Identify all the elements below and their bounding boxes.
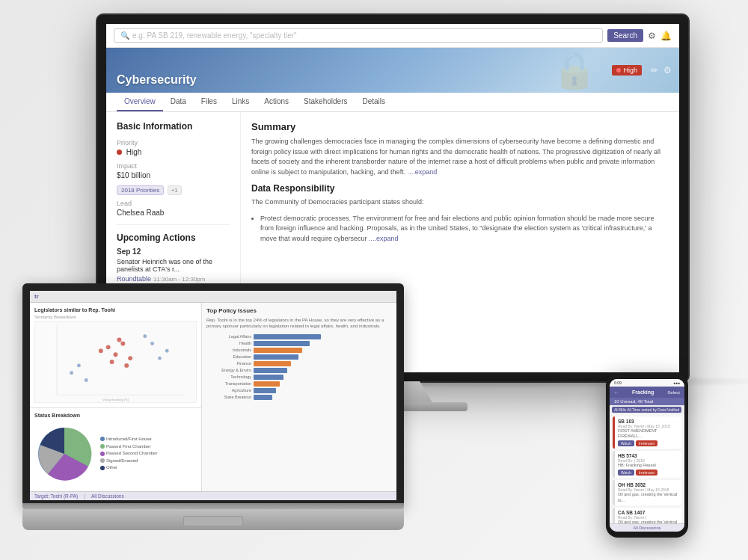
tag-pill[interactable]: 2018 Priorities [117, 185, 164, 195]
svg-text:Voting Similarity (%): Voting Similarity (%) [102, 398, 129, 401]
data-responsibility-intro: The Community of Democracies participant… [251, 197, 669, 208]
bill-item-sb103[interactable]: SB 103 Read By: Never | May 15, 2018 FIR… [613, 416, 681, 449]
status-breakdown-area: Status Breakdown [30, 408, 201, 491]
scatter-chart-title: Legislators similar to Rep. Toohi [34, 307, 197, 313]
watch-button[interactable]: Watch [618, 470, 634, 476]
bill-item-hb3052[interactable]: OH HB 3052 Read By: Never | May 15 2018 … [613, 480, 681, 505]
svg-point-5 [120, 342, 125, 346]
upcoming-actions-title: Upcoming Actions [117, 233, 230, 243]
event-date: Sep 12 [117, 247, 230, 256]
svg-point-16 [143, 334, 147, 338]
bill-number: HB 5743 [618, 453, 656, 458]
search-placeholder: e.g. PA SB 219, renewable energy, "speci… [132, 31, 596, 40]
laptop-hinge [22, 503, 404, 509]
svg-point-13 [150, 342, 154, 345]
phone-header: ← Fracking Select [610, 387, 684, 398]
settings-icon[interactable]: ⚙ [663, 65, 672, 76]
phone-subheader: 10 Unread, 46 Total [610, 398, 684, 405]
priority-label: Priority [117, 139, 230, 147]
svg-point-15 [165, 349, 169, 353]
tab-details[interactable]: Details [355, 93, 393, 111]
bar-chart-area: Legal Affairs Health Industrials [206, 334, 392, 454]
laptop-right-panel: Top Policy Issues Rep. Toohi is in the t… [202, 303, 396, 491]
bill-desc: HB: Fracking Repeal [618, 463, 656, 468]
summary-title: Summary [251, 121, 669, 132]
bar-row: Legal Affairs [206, 334, 392, 339]
divider [117, 224, 230, 225]
bar-row: Education [206, 354, 392, 360]
phone-screen: 6:09 ●●● ← Fracking Select 10 Unread, 46… [610, 379, 684, 532]
target-tab[interactable]: Target: Toohi (R-PA) [34, 493, 78, 499]
scatter-plot: Voting Similarity (%) [34, 321, 197, 403]
phone-status-bar: 6:09 ●●● [610, 379, 684, 387]
phone-back-icon[interactable]: ← [614, 390, 619, 395]
search-icon: 🔍 [120, 31, 129, 40]
data-responsibility-title: Data Responsibility [251, 183, 669, 194]
phone-filter-tabs: All Bills All Time sorted by Data Notifi… [610, 405, 684, 414]
laptop-left-panel: Legislators similar to Rep. Toohi Simila… [30, 303, 202, 491]
svg-point-10 [70, 371, 73, 375]
filter-all-time[interactable]: All Bills All Time sorted by Data Notifi… [612, 407, 681, 413]
event-name: Senator Heinrich was one of the panelist… [117, 258, 230, 273]
bill-desc: Oil and gas: creating the Vertical to... [618, 520, 678, 523]
irrelevant-button[interactable]: Irrelevant [636, 470, 657, 476]
impact-value: $10 billion [117, 171, 230, 179]
svg-point-2 [99, 348, 103, 353]
tab-links[interactable]: Links [224, 93, 257, 111]
search-box[interactable]: 🔍 e.g. PA SB 219, renewable energy, "spe… [114, 28, 603, 43]
irrelevant-button[interactable]: Irrelevant [636, 440, 657, 446]
impact-label: Impact [117, 162, 230, 170]
all-discussions-badge[interactable]: All Discussions [610, 523, 684, 532]
scatter-chart-area: Legislators similar to Rep. Toohi Simila… [30, 303, 201, 408]
tab-data[interactable]: Data [163, 93, 194, 111]
mobile-phone: 6:09 ●●● ← Fracking Select 10 Unread, 46… [606, 373, 688, 538]
tab-files[interactable]: Files [194, 93, 224, 111]
event-time: 11:30am - 12:30pm [153, 276, 205, 283]
svg-point-14 [158, 357, 162, 360]
event-link[interactable]: Roundtable [117, 275, 151, 283]
top-bar: 🔍 e.g. PA SB 219, renewable energy, "spe… [106, 24, 679, 48]
phone-time: 6:09 [614, 381, 622, 385]
pie-chart-container: Introduced/First House Passed First Cham… [34, 420, 197, 487]
bell-icon[interactable]: 🔔 [660, 31, 672, 41]
phone-select-button[interactable]: Select [667, 390, 680, 395]
lead-label: Lead [117, 200, 230, 207]
svg-point-6 [128, 356, 132, 360]
pie-legend: Introduced/First House Passed First Cham… [100, 436, 157, 472]
bill-item-sb1407[interactable]: CA SB 1407 Read By: Never | Oil and gas:… [613, 508, 681, 523]
svg-point-12 [85, 378, 88, 382]
tab-actions[interactable]: Actions [257, 93, 296, 111]
tab-stakeholders[interactable]: Stakeholders [296, 93, 355, 111]
laptop-content: tr Legislators similar to Rep. Toohi Sim… [30, 291, 396, 500]
svg-point-8 [117, 338, 121, 342]
bill-actions: Watch Irrelevant [618, 440, 678, 446]
policy-issues-title: Top Policy Issues [206, 307, 392, 314]
tab-overview[interactable]: Overview [117, 93, 163, 111]
summary-expand-link[interactable]: ....expand [408, 168, 438, 176]
all-discussions-tab[interactable]: All Discussions [91, 493, 124, 499]
phone-signal-icon: ●●● [673, 381, 680, 385]
laptop-base [22, 509, 404, 530]
lock-watermark-icon: 🔒 [530, 48, 619, 93]
more-tags[interactable]: +1 [168, 185, 182, 195]
edit-icon[interactable]: ✏ [651, 65, 658, 76]
bill-item-hb5743[interactable]: HB 5743 Read By: | 2018 HB: Fracking Rep… [613, 451, 681, 478]
search-button[interactable]: Search [607, 29, 643, 42]
gear-icon[interactable]: ⚙ [648, 31, 656, 41]
tags-area: 2018 Priorities +1 [117, 185, 230, 195]
bill-number: SB 103 [618, 419, 678, 424]
watch-button[interactable]: Watch [618, 440, 634, 446]
laptop-screen: tr Legislators similar to Rep. Toohi Sim… [22, 283, 404, 508]
bullet-list: Protect democratic processes. The enviro… [251, 214, 669, 244]
bar-row: Health [206, 341, 392, 346]
priority-dot-icon [117, 150, 122, 155]
svg-point-3 [106, 345, 111, 349]
laptop-logo: tr [34, 293, 39, 300]
bar-row: Industrials [206, 348, 392, 353]
phone-bill-list: SB 103 Read By: Never | May 15, 2018 FIR… [610, 414, 684, 523]
dr-expand-link[interactable]: ....expand [369, 235, 399, 242]
svg-point-9 [124, 363, 129, 368]
phone-header-title: Fracking [632, 390, 654, 395]
bar-fill [254, 334, 321, 339]
bar-row: Energy & Enviro [206, 368, 392, 373]
